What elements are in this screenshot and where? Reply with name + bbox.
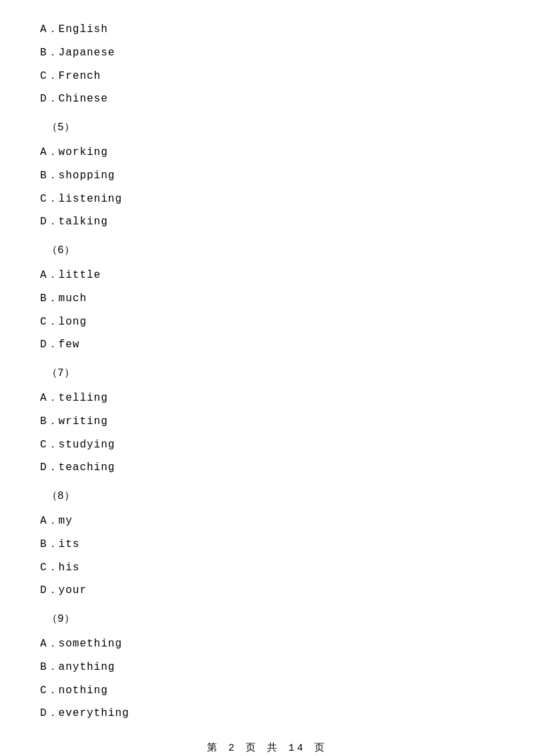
option-item: B．Japanese [40,43,494,63]
footer-text: 第 2 页 共 14 页 [207,743,327,754]
option-item: A．English [40,20,494,39]
option-item: B．writing [40,412,494,431]
option-item: A．my [40,512,494,531]
option-item: C．his [40,558,494,578]
main-content: A．EnglishB．JapaneseC．FrenchD．Chinese（5）A… [0,0,534,756]
option-item: C．studying [40,435,494,455]
page-footer: 第 2 页 共 14 页 [0,741,534,754]
section-number-3: （7） [40,364,494,383]
option-item: B．anything [40,658,494,677]
option-item: B．its [40,535,494,554]
option-item: A．something [40,634,494,654]
option-item: D．talking [40,212,494,232]
option-item: D．few [40,335,494,355]
option-item: A．telling [40,389,494,408]
option-item: C．French [40,67,494,86]
option-item: D．everything [40,704,494,723]
option-item: A．little [40,266,494,285]
section-number-1: （5） [40,118,494,138]
option-item: B．much [40,289,494,309]
option-item: C．long [40,313,494,332]
option-item: D．your [40,581,494,600]
option-item: A．working [40,143,494,162]
section-number-4: （8） [40,487,494,506]
option-item: B．shopping [40,166,494,186]
section-number-5: （9） [40,610,494,629]
option-item: C．listening [40,190,494,209]
option-item: C．nothing [40,681,494,701]
option-item: D．teaching [40,458,494,478]
option-item: D．Chinese [40,89,494,109]
section-number-2: （6） [40,241,494,260]
